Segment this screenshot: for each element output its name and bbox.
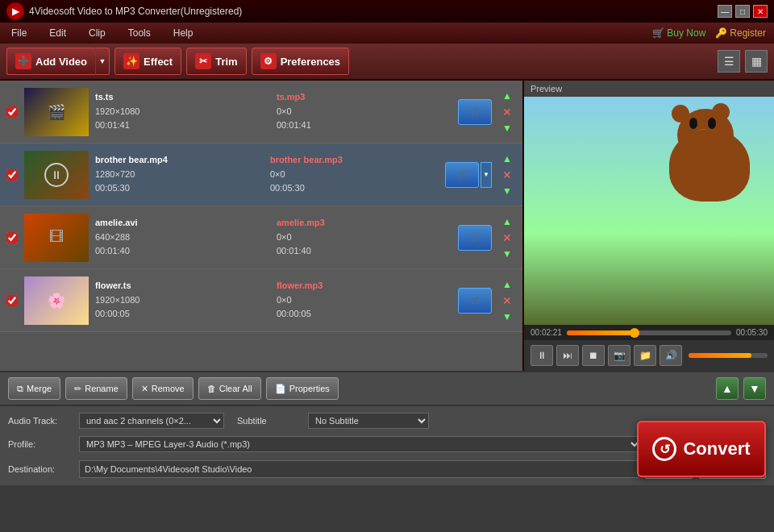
menu-edit[interactable]: Edit — [46, 26, 69, 40]
destination-label: Destination: — [8, 464, 73, 474]
file-checkbox-2[interactable] — [6, 232, 18, 243]
key-icon: 🔑 — [715, 27, 727, 39]
file-remove-3[interactable]: ✕ — [498, 293, 516, 308]
file-remove-0[interactable]: ✕ — [498, 105, 516, 119]
file-down-0[interactable]: ▼ — [498, 121, 516, 135]
effect-icon: ✨ — [123, 53, 139, 69]
menu-tools[interactable]: Tools — [125, 26, 154, 40]
file-settings-0[interactable]: ▲ — [498, 89, 516, 103]
register-button[interactable]: 🔑 Register — [715, 27, 766, 39]
step-forward-button[interactable]: ⏭ — [556, 345, 579, 366]
move-down-button[interactable]: ▼ — [743, 377, 766, 400]
file-down-2[interactable]: ▼ — [498, 247, 516, 261]
file-settings-1[interactable]: ▲ — [498, 152, 516, 166]
folder-button[interactable]: 📁 — [634, 345, 656, 366]
file-remove-1[interactable]: ✕ — [498, 168, 516, 182]
merge-button[interactable]: ⧉ Merge — [8, 377, 60, 400]
remove-button[interactable]: ✕ Remove — [132, 377, 194, 400]
file-action-btns-1: ▲ ✕ ▼ — [498, 152, 516, 198]
destination-input[interactable] — [79, 460, 639, 478]
timeline-track[interactable] — [567, 330, 731, 335]
file-down-1[interactable]: ▼ — [498, 184, 516, 198]
preview-timeline: 00:02:21 00:05:30 — [524, 325, 774, 340]
subtitle-select[interactable]: No Subtitle — [308, 413, 429, 429]
file-settings-2[interactable]: ▲ — [498, 214, 516, 229]
volume-icon: 🔊 — [660, 345, 682, 366]
thumb-icon-0: 🎬 — [48, 103, 65, 121]
menu-file[interactable]: File — [8, 26, 30, 40]
bottom-toolbar: ⧉ Merge ✏ Rename ✕ Remove 🗑 Clear All 📄 … — [0, 371, 774, 406]
timeline-thumb — [630, 328, 639, 338]
convert-icon: ↺ — [652, 437, 676, 461]
file-info-2: amelie.avi 640×288 00:01:40 — [95, 216, 270, 259]
remove-icon: ✕ — [141, 384, 148, 394]
add-video-dropdown[interactable]: ▼ — [95, 48, 110, 75]
file-output-0: ts.mp3 0×0 00:01:41 — [277, 90, 452, 133]
titlebar-controls[interactable]: — □ ✕ — [718, 5, 768, 18]
file-settings-3[interactable]: ▲ — [498, 277, 516, 292]
preview-controls: ⏸ ⏭ ⏹ 📷 📁 🔊 — [524, 340, 774, 371]
view-grid-button[interactable]: ▦ — [745, 50, 768, 73]
clear-all-button[interactable]: 🗑 Clear All — [198, 377, 261, 400]
file-mp3-dropdown-1[interactable]: ▼ — [481, 162, 492, 188]
main-area: 🎬 ts.ts 1920×1080 00:01:41 ts.mp3 0×0 00… — [0, 81, 774, 371]
audio-track-label: Audio Track: — [8, 416, 73, 426]
preview-video — [524, 97, 774, 325]
file-mp3-wrap-1: 🎵 ▼ — [445, 162, 492, 188]
close-button[interactable]: ✕ — [753, 5, 768, 18]
rename-icon: ✏ — [74, 384, 81, 394]
pause-overlay-icon: ⏸ — [44, 163, 69, 187]
table-row: 🌸 flower.ts 1920×1080 00:00:05 flower.mp… — [0, 269, 522, 332]
move-up-button[interactable]: ▲ — [716, 377, 739, 400]
convert-button[interactable]: ↺ Convert — [637, 421, 766, 477]
table-row: 🎬 ts.ts 1920×1080 00:01:41 ts.mp3 0×0 00… — [0, 81, 522, 143]
file-mp3-btn-0[interactable]: 🎵 — [458, 99, 492, 125]
cart-icon: 🛒 — [652, 27, 664, 39]
file-action-btns-0: ▲ ✕ ▼ — [498, 89, 516, 135]
merge-icon: ⧉ — [17, 384, 23, 394]
audio-track-select[interactable]: und aac 2 channels (0×2... — [79, 413, 224, 429]
app-title: 4Videosoft Video to MP3 Converter(Unregi… — [29, 6, 242, 17]
file-thumbnail-1: ⏸ — [24, 151, 89, 199]
subtitle-label: Subtitle — [237, 416, 302, 426]
volume-track[interactable] — [689, 353, 768, 358]
screenshot-button[interactable]: 📷 — [608, 345, 630, 366]
convert-area: ↺ Convert — [637, 421, 766, 477]
file-checkbox-1[interactable] — [6, 169, 18, 181]
file-down-3[interactable]: ▼ — [498, 310, 516, 324]
trim-button[interactable]: ✂ Trim — [186, 48, 246, 75]
preferences-button[interactable]: ⚙ Preferences — [252, 48, 349, 75]
preferences-icon: ⚙ — [260, 53, 277, 69]
minimize-button[interactable]: — — [718, 5, 732, 18]
menu-clip[interactable]: Clip — [85, 26, 109, 40]
thumb-icon-3: 🌸 — [48, 292, 65, 310]
properties-icon: 📄 — [275, 384, 286, 394]
menu-help[interactable]: Help — [170, 26, 197, 40]
file-checkbox-0[interactable] — [6, 106, 18, 118]
stop-button[interactable]: ⏹ — [582, 345, 605, 366]
bear-eye-right — [708, 118, 716, 129]
effect-button[interactable]: ✨ Effect — [114, 48, 181, 75]
pause-button[interactable]: ⏸ — [531, 345, 553, 366]
thumb-icon-2: 🎞 — [49, 229, 64, 246]
file-info-3: flower.ts 1920×1080 00:00:05 — [95, 279, 270, 322]
properties-button[interactable]: 📄 Properties — [266, 377, 339, 400]
bear-eye-left — [689, 118, 697, 129]
preview-label: Preview — [524, 81, 774, 97]
table-row: ⏸ brother bear.mp4 1280×720 00:05:30 bro… — [0, 143, 522, 206]
add-video-icon: ➕ — [15, 53, 31, 69]
file-thumbnail-3: 🌸 — [24, 276, 89, 325]
maximize-button[interactable]: □ — [735, 5, 750, 18]
add-video-button[interactable]: ➕ Add Video — [6, 48, 95, 75]
view-list-button[interactable]: ☰ — [718, 50, 740, 73]
file-mp3-btn-3[interactable]: 🎵 — [458, 288, 492, 314]
file-mp3-btn-2[interactable]: 🎵 — [458, 225, 492, 251]
file-checkbox-3[interactable] — [6, 295, 18, 306]
buy-now-button[interactable]: 🛒 Buy Now — [652, 27, 705, 39]
file-remove-2[interactable]: ✕ — [498, 231, 516, 245]
profile-label: Profile: — [8, 439, 73, 449]
rename-button[interactable]: ✏ Rename — [65, 377, 127, 400]
profile-select[interactable]: MP3 MP3 – MPEG Layer-3 Audio (*.mp3) — [79, 436, 642, 452]
file-output-2: amelie.mp3 0×0 00:01:40 — [277, 216, 452, 259]
file-mp3-btn-1[interactable]: 🎵 — [445, 162, 479, 188]
